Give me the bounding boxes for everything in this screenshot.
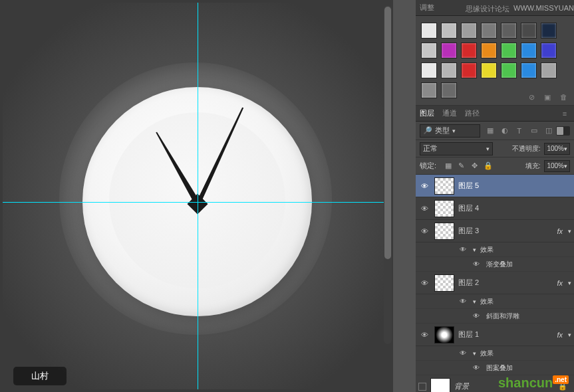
layers-list: 👁图层 5👁图层 4👁图层 3fx▾👁▾ 效果👁渐变叠加👁图层 2fx▾👁▾ 效… [416,175,574,392]
effect-name: 效果 [480,349,494,358]
visibility-eye-icon[interactable]: 👁 [457,349,469,357]
visibility-eye-icon[interactable]: 👁 [470,312,482,320]
style-swatch[interactable] [421,62,437,78]
panel-menu-icon[interactable]: ≡ [559,108,570,119]
visibility-checkbox[interactable] [418,383,426,391]
style-swatch[interactable] [421,82,437,98]
lock-position-icon[interactable]: ✥ [470,161,480,171]
layer-name: 图层 3 [458,226,553,236]
visibility-eye-icon[interactable]: 👁 [418,331,430,339]
filter-shape-icon[interactable]: ▭ [529,126,539,136]
blend-mode-row: 正常 ▾ 不透明度: 100% ▾ [416,140,574,157]
visibility-eye-icon[interactable]: 👁 [470,260,482,268]
layers-panel: 🔎 类型 ▾ ▦ ◐ T ▭ ◫ 正常 ▾ 不透明度: 100% ▾ [416,122,574,392]
fx-badge[interactable]: fx [557,331,563,339]
visibility-eye-icon[interactable]: 👁 [470,364,482,371]
layer-thumbnail[interactable] [434,200,454,217]
effect-name: 渐变叠加 [486,260,513,269]
style-swatch[interactable] [441,43,457,58]
filter-pixel-icon[interactable]: ▦ [485,126,496,136]
style-swatch[interactable] [421,23,437,39]
layer-name: 图层 4 [458,203,571,213]
layer-row[interactable]: 👁图层 2fx▾ [416,272,574,294]
layer-thumbnail[interactable] [434,223,454,240]
new-style-icon[interactable]: ▣ [542,92,553,102]
style-swatch[interactable] [501,62,517,78]
layer-thumbnail[interactable] [434,274,454,292]
style-swatch[interactable] [521,43,537,58]
panels-container: 调整 ⊘ ▣ 🗑 图层 通道 路径 ≡ 🔎 类型 ▾ ▦ ◐ T ▭ [416,0,574,392]
style-swatch[interactable] [441,82,457,98]
fx-badge[interactable]: fx [557,227,563,235]
layer-thumbnail[interactable] [434,326,454,343]
style-swatch[interactable] [541,23,557,39]
visibility-eye-icon[interactable]: 👁 [418,279,430,287]
layer-row[interactable]: 👁图层 5 [416,175,574,197]
visibility-eye-icon[interactable]: 👁 [457,298,469,305]
layer-effect-row[interactable]: 👁渐变叠加 [416,257,574,272]
layer-effect-row[interactable]: 👁▾ 效果 [416,346,574,361]
lock-all-icon[interactable]: 🔒 [483,161,493,171]
layer-row[interactable]: 👁图层 1fx▾ [416,324,574,346]
style-swatch[interactable] [481,62,497,78]
style-swatch[interactable] [461,62,477,78]
layer-thumbnail[interactable] [430,378,450,393]
chevron-down-icon[interactable]: ▾ [568,332,571,338]
guide-vertical[interactable] [198,3,198,389]
style-swatch[interactable] [501,43,517,58]
style-swatch[interactable] [501,23,517,39]
style-swatch[interactable] [461,43,477,58]
canvas-scrollbar[interactable] [384,5,392,344]
style-swatch[interactable] [481,23,497,39]
fill-input[interactable]: 100% ▾ [544,160,570,172]
effect-name: 斜面和浮雕 [486,312,519,321]
layer-effect-row[interactable]: 👁▾ 效果 [416,243,574,257]
lock-icons: ▦ ✎ ✥ 🔒 [443,161,493,171]
visibility-eye-icon[interactable]: 👁 [457,246,469,253]
opacity-input[interactable]: 100% ▾ [544,143,570,155]
no-style-icon[interactable]: ⊘ [526,92,537,102]
style-swatch[interactable] [521,23,537,39]
watermark-brand: shancun [498,375,553,390]
layer-filter-row: 🔎 类型 ▾ ▦ ◐ T ▭ ◫ [416,122,574,140]
style-swatch[interactable] [541,43,557,58]
effect-name: 图案叠加 [486,363,513,373]
layer-row[interactable]: 👁图层 3fx▾ [416,220,574,243]
guide-horizontal[interactable] [3,202,386,203]
layer-row[interactable]: 👁图层 4 [416,197,574,220]
tab-layers[interactable]: 图层 [420,108,434,118]
filter-smart-icon[interactable]: ◫ [543,126,554,136]
visibility-eye-icon[interactable]: 👁 [418,205,430,213]
layer-thumbnail[interactable] [434,177,454,195]
layer-effect-row[interactable]: 👁图案叠加 [416,361,574,375]
filter-adjust-icon[interactable]: ◐ [500,126,510,136]
style-swatch[interactable] [421,43,437,58]
visibility-eye-icon[interactable]: 👁 [418,227,430,235]
filter-text-icon[interactable]: T [514,126,525,136]
filter-type-dropdown[interactable]: 🔎 类型 ▾ [420,124,480,138]
delete-style-icon[interactable]: 🗑 [558,92,569,102]
style-swatch[interactable] [461,23,477,39]
blend-mode-dropdown[interactable]: 正常 ▾ [420,142,493,155]
opacity-label: 不透明度: [512,144,541,153]
layer-effect-row[interactable]: 👁▾ 效果 [416,294,574,309]
tab-adjustments[interactable]: 调整 [420,3,434,13]
fx-badge[interactable]: fx [557,279,563,287]
style-swatch[interactable] [541,62,557,78]
visibility-eye-icon[interactable]: 👁 [418,182,430,190]
style-swatch[interactable] [441,23,457,39]
lock-pixels-icon[interactable]: ✎ [456,161,466,171]
tab-paths[interactable]: 路径 [465,108,480,118]
style-swatch[interactable] [481,43,497,58]
chevron-down-icon[interactable]: ▾ [568,228,571,235]
layer-effect-row[interactable]: 👁斜面和浮雕 [416,309,574,324]
style-swatch[interactable] [441,62,457,78]
lock-transparency-icon[interactable]: ▦ [443,161,453,171]
lock-row: 锁定: ▦ ✎ ✥ 🔒 填充: 100% ▾ [416,157,574,175]
scrollbar-thumb[interactable] [384,7,391,259]
document-canvas[interactable] [3,3,386,389]
tab-channels[interactable]: 通道 [442,108,457,118]
chevron-down-icon[interactable]: ▾ [568,280,571,286]
filter-toggle[interactable] [556,126,570,136]
style-swatch[interactable] [521,62,537,78]
